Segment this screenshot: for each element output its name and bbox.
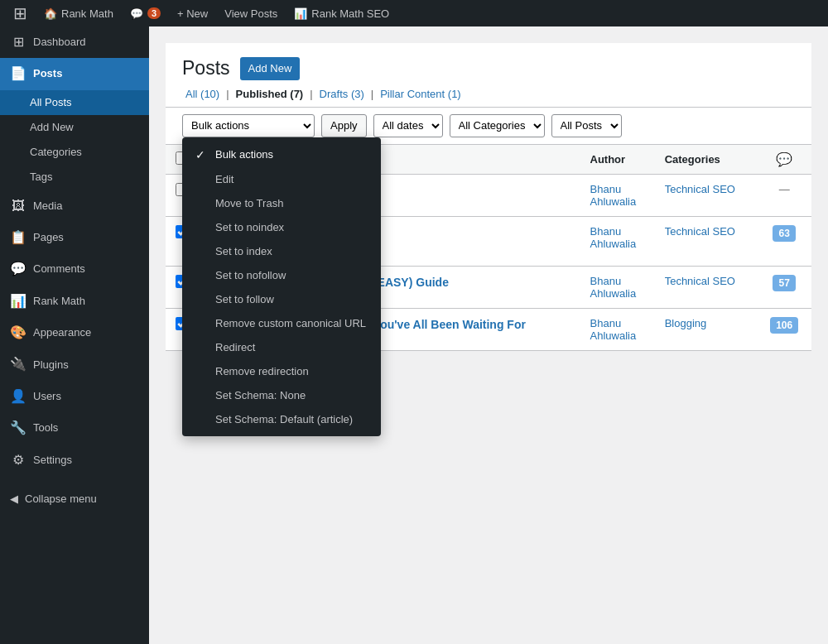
comments-count: 3 [147, 7, 161, 19]
sidebar-comments-label: Comments [33, 262, 85, 276]
dropdown-item-schema-none[interactable]: Set Schema: None [182, 383, 381, 407]
bulk-actions-select[interactable]: Bulk actions [182, 114, 315, 137]
sidebar-tools-label: Tools [33, 421, 58, 435]
dropdown-item-noindex[interactable]: Set to noindex [182, 215, 381, 239]
dropdown-edit-label: Edit [215, 173, 233, 185]
dropdown-item-remove-canonical[interactable]: Remove custom canonical URL [182, 311, 381, 335]
sidebar-item-plugins[interactable]: 🔌 Plugins [0, 348, 149, 380]
dropdown-redirect-label: Redirect [215, 341, 255, 353]
sidebar-posts-label: Posts [33, 66, 62, 81]
sidebar-item-tools[interactable]: 🔧 Tools [0, 412, 149, 444]
users-icon: 👤 [10, 387, 26, 406]
dropdown-nofollow-label: Set to nofollow [215, 269, 286, 281]
sidebar-categories-label: Categories [30, 145, 82, 160]
row-2-author-cell: BhanuAhluwalia [580, 216, 655, 266]
sidebar-users-label: Users [33, 389, 61, 404]
comments-item[interactable]: 💬 3 [123, 0, 167, 26]
comments-sidebar-icon: 💬 [10, 260, 26, 278]
sidebar-item-users[interactable]: 👤 Users [0, 381, 149, 412]
tab-all[interactable]: All (10) [182, 88, 223, 100]
dropdown-item-redirect[interactable]: Redirect [182, 335, 381, 359]
comments-col-icon: 💬 [776, 152, 792, 166]
row-2-category-link[interactable]: Technical SEO [665, 225, 735, 238]
collapse-menu[interactable]: ◀ Collapse menu [0, 476, 149, 512]
dropdown-index-label: Set to index [215, 245, 272, 257]
new-content-item[interactable]: + New [171, 0, 214, 26]
posts-filter[interactable]: All Posts [551, 114, 622, 137]
sidebar-item-categories[interactable]: Categories [0, 140, 149, 165]
dropdown-remove-redirection-label: Remove redirection [215, 365, 309, 377]
add-new-button[interactable]: Add New [240, 57, 301, 80]
row-2-author-link[interactable]: BhanuAhluwalia [590, 225, 637, 250]
dates-filter[interactable]: All dates [373, 114, 443, 137]
row-3-category-cell: Technical SEO [655, 267, 758, 309]
sidebar-item-posts[interactable]: 📄 Posts [0, 58, 149, 89]
view-posts-item[interactable]: View Posts [218, 0, 284, 26]
sidebar-item-appearance[interactable]: 🎨 Appearance [0, 317, 149, 348]
rankmath-seo-item[interactable]: 📊 Rank Math SEO [287, 0, 396, 26]
wp-logo-item[interactable]: ⊞ [7, 0, 34, 26]
tab-drafts[interactable]: Drafts (3) [316, 88, 368, 100]
rankmath-seo-icon: 📊 [294, 7, 307, 20]
dropdown-item-trash[interactable]: Move to Trash [182, 191, 381, 215]
settings-icon: ⚙ [10, 451, 26, 469]
sidebar-item-tags[interactable]: Tags [0, 165, 149, 190]
sidebar-dashboard-label: Dashboard [33, 35, 86, 50]
dropdown-item-index[interactable]: Set to index [182, 239, 381, 263]
new-label: + New [177, 7, 208, 20]
sidebar-item-pages[interactable]: 📋 Pages [0, 222, 149, 253]
tab-published[interactable]: Published (7) [233, 88, 307, 100]
row-2-category-cell: Technical SEO [655, 216, 758, 266]
row-4-comment-count[interactable]: 106 [770, 317, 798, 334]
view-posts-label: View Posts [224, 7, 277, 20]
sidebar-item-media[interactable]: 🖼 Media [0, 190, 149, 222]
dropdown-item-nofollow[interactable]: Set to nofollow [182, 263, 381, 287]
dropdown-follow-label: Set to follow [215, 293, 274, 305]
dropdown-schema-default-label: Set Schema: Default (article) [215, 413, 353, 425]
comments-icon: 💬 [130, 7, 143, 20]
col-header-comments: 💬 [757, 144, 811, 174]
admin-sidebar: ⊞ Dashboard 📄 Posts All Posts Add New Ca… [0, 26, 149, 644]
row-1-author-link[interactable]: BhanuAhluwalia [590, 183, 637, 208]
main-content: Posts Add New All (10) | Published (7) |… [149, 26, 828, 644]
row-4-author-cell: BhanuAhluwalia [580, 309, 655, 351]
sidebar-item-add-new[interactable]: Add New [0, 115, 149, 140]
row-2-comment-count[interactable]: 63 [773, 225, 795, 242]
row-3-comments-cell: 57 [757, 267, 811, 309]
dropdown-item-remove-redirection[interactable]: Remove redirection [182, 359, 381, 383]
row-4-category-link[interactable]: Blogging [665, 317, 707, 329]
row-3-category-link[interactable]: Technical SEO [665, 275, 735, 287]
apply-button[interactable]: Apply [321, 114, 367, 137]
filter-tabs: All (10) | Published (7) | Drafts (3) | … [166, 81, 811, 108]
tab-pillar-content[interactable]: Pillar Content (1) [377, 88, 465, 100]
dropdown-noindex-label: Set to noindex [215, 221, 284, 233]
page-title: Posts [182, 56, 230, 81]
sidebar-item-comments[interactable]: 💬 Comments [0, 253, 149, 285]
row-3-author-link[interactable]: BhanuAhluwalia [590, 275, 637, 300]
pages-icon: 📋 [10, 228, 26, 247]
dropdown-item-schema-default[interactable]: Set Schema: Default (article) [182, 407, 381, 431]
sidebar-item-dashboard[interactable]: ⊞ Dashboard [0, 26, 149, 58]
row-1-author-cell: BhanuAhluwalia [580, 174, 655, 216]
col-header-categories: Categories [655, 144, 758, 174]
row-1-category-cell: Technical SEO [655, 174, 758, 216]
home-icon: 🏠 [44, 7, 57, 20]
collapse-icon: ◀ [10, 493, 18, 505]
sidebar-item-settings[interactable]: ⚙ Settings [0, 445, 149, 476]
categories-filter[interactable]: All Categories [450, 114, 545, 137]
row-4-author-link[interactable]: BhanuAhluwalia [590, 317, 637, 342]
row-1-comment-dash: — [779, 183, 790, 195]
checkmark-icon: ✓ [195, 148, 209, 161]
dropdown-item-bulk-actions[interactable]: ✓ Bulk actions [182, 142, 381, 167]
row-4-comments-cell: 106 [757, 309, 811, 351]
row-3-comment-count[interactable]: 57 [773, 275, 795, 291]
posts-icon: 📄 [10, 65, 26, 83]
dropdown-item-follow[interactable]: Set to follow [182, 287, 381, 311]
row-1-category-link[interactable]: Technical SEO [665, 183, 735, 195]
sidebar-media-label: Media [33, 199, 62, 214]
sidebar-item-all-posts[interactable]: All Posts [0, 90, 149, 115]
site-name-item[interactable]: 🏠 Rank Math [37, 0, 120, 26]
bulk-actions-dropdown: ✓ Bulk actions Edit Move to Trash Set to… [182, 137, 381, 436]
sidebar-item-rankmath[interactable]: 📊 Rank Math [0, 286, 149, 317]
dropdown-item-edit[interactable]: Edit [182, 167, 381, 191]
